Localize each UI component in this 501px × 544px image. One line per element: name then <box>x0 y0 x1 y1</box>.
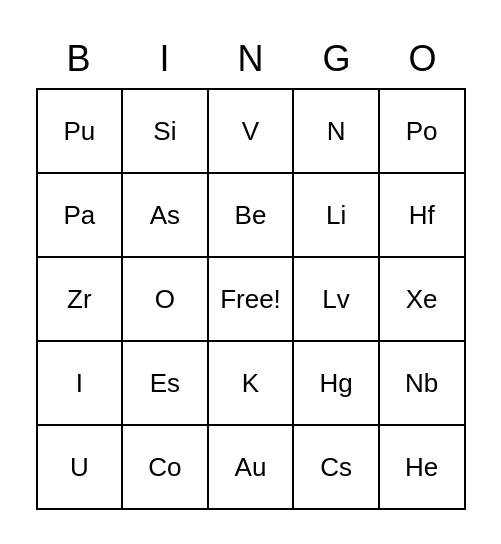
header-letter-G: G <box>294 34 380 84</box>
bingo-row-4: UCoAuCsHe <box>38 426 464 508</box>
bingo-cell-3-4: Nb <box>380 342 464 424</box>
bingo-cell-1-1: As <box>123 174 209 256</box>
bingo-cell-3-2: K <box>209 342 295 424</box>
bingo-header: BINGO <box>36 34 466 84</box>
bingo-cell-0-3: N <box>294 90 380 172</box>
bingo-row-3: IEsKHgNb <box>38 342 464 426</box>
bingo-row-0: PuSiVNPo <box>38 90 464 174</box>
bingo-cell-2-0: Zr <box>38 258 124 340</box>
bingo-cell-0-2: V <box>209 90 295 172</box>
bingo-cell-1-0: Pa <box>38 174 124 256</box>
bingo-grid: PuSiVNPoPaAsBeLiHfZrOFree!LvXeIEsKHgNbUC… <box>36 88 466 510</box>
bingo-cell-1-3: Li <box>294 174 380 256</box>
bingo-row-1: PaAsBeLiHf <box>38 174 464 258</box>
header-letter-N: N <box>208 34 294 84</box>
bingo-card: BINGO PuSiVNPoPaAsBeLiHfZrOFree!LvXeIEsK… <box>36 34 466 510</box>
bingo-cell-2-4: Xe <box>380 258 464 340</box>
bingo-row-2: ZrOFree!LvXe <box>38 258 464 342</box>
bingo-cell-2-3: Lv <box>294 258 380 340</box>
bingo-cell-4-3: Cs <box>294 426 380 508</box>
bingo-cell-4-4: He <box>380 426 464 508</box>
header-letter-B: B <box>36 34 122 84</box>
bingo-cell-0-0: Pu <box>38 90 124 172</box>
bingo-cell-4-1: Co <box>123 426 209 508</box>
bingo-cell-2-1: O <box>123 258 209 340</box>
bingo-cell-0-1: Si <box>123 90 209 172</box>
bingo-cell-3-0: I <box>38 342 124 424</box>
bingo-cell-1-4: Hf <box>380 174 464 256</box>
bingo-cell-4-0: U <box>38 426 124 508</box>
header-letter-I: I <box>122 34 208 84</box>
bingo-cell-3-3: Hg <box>294 342 380 424</box>
header-letter-O: O <box>380 34 466 84</box>
bingo-cell-4-2: Au <box>209 426 295 508</box>
bingo-cell-2-2: Free! <box>209 258 295 340</box>
bingo-cell-0-4: Po <box>380 90 464 172</box>
bingo-cell-3-1: Es <box>123 342 209 424</box>
bingo-cell-1-2: Be <box>209 174 295 256</box>
